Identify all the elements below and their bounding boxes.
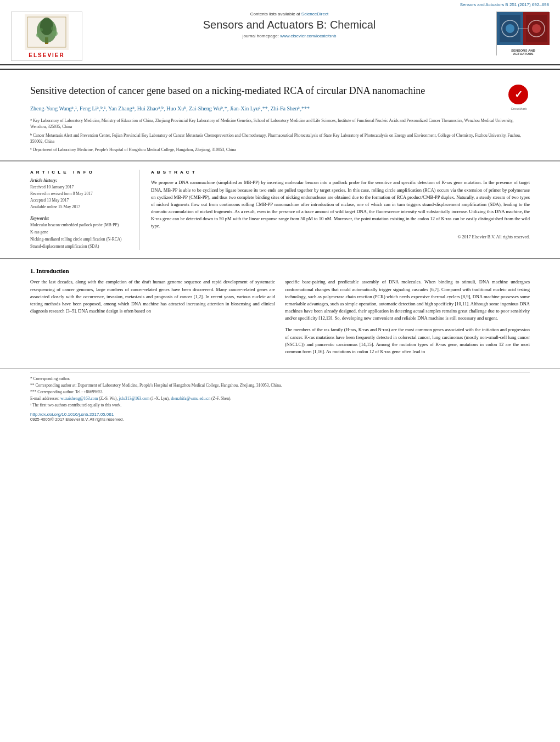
intro-paragraph-right-1: specific base-pairing and predictable as…: [285, 278, 530, 322]
keyword-3: Nicking-mediated rolling circle amplific…: [30, 236, 131, 243]
footnote-1: ¹ The first two authors contributed equa…: [30, 402, 530, 409]
article-info-title: A R T I C L E I N F O: [30, 170, 131, 175]
footnote-star: * Corresponding author.: [30, 376, 530, 382]
article-footer: * Corresponding author. ** Corresponding…: [0, 368, 560, 425]
received-date: Received 10 January 2017: [30, 184, 131, 191]
email-3-name: (Z-F. Shen).: [211, 396, 231, 401]
crossmark-logo: ✓ CrossMark: [508, 84, 530, 106]
email-1-name: (Z.-S. Wu),: [99, 396, 117, 401]
affiliation-b: ᵇ Cancer Metastasis Alert and Prevention…: [30, 132, 530, 145]
svg-text:✓: ✓: [514, 89, 523, 100]
elsevier-logo: ELSEVIER: [11, 12, 82, 61]
affiliation-a: ᵃ Key Laboratory of Laboratory Medicine,…: [30, 118, 530, 130]
footnote-double-star: ** Corresponding author at: Department o…: [30, 382, 530, 389]
journal-title-header: Sensors and Actuators B: Chemical: [93, 19, 485, 31]
article-info: A R T I C L E I N F O Article history: R…: [30, 170, 140, 250]
svg-point-4: [40, 18, 53, 35]
email-label: E-mail addresses:: [30, 396, 59, 401]
email-addresses: E-mail addresses: wuzaisheng@163.com (Z.…: [30, 395, 530, 402]
affiliation-c: ᶜ Department of Laboratory Medicine, Peo…: [30, 147, 530, 153]
intro-paragraph-1: Over the last decades, along with the co…: [30, 278, 275, 315]
keywords-list: Molecular beacon-embedded padlock probe …: [30, 222, 131, 250]
abstract-text: We propose a DNA nanomachine (simplified…: [151, 179, 530, 230]
page-wrapper: Sensors and Actuators B 251 (2017) 692–6…: [0, 0, 560, 425]
section-1-heading: 1. Introduction: [30, 267, 275, 274]
received-revised-date: Received in revised form 8 May 2017: [30, 191, 131, 197]
authors: Zheng-Yong Wangᵃ,¹, Feng Liᵃ,ᵇ,¹, Yan Zh…: [30, 104, 530, 113]
email-2-name: (J.-X. Lyu),: [150, 396, 170, 401]
svg-point-17: [532, 24, 541, 33]
intro-paragraph-right-2: The members of the ras family (H-ras, K-…: [285, 326, 530, 355]
journal-center: Contents lists available at ScienceDirec…: [82, 12, 496, 38]
article-header: Sensitive detection of cancer gene based…: [0, 73, 560, 161]
svg-point-6: [52, 31, 58, 36]
article-body: A R T I C L E I N F O Article history: R…: [0, 161, 560, 259]
footnote-triple-star: *** Corresponding author. Tel.: +8669965…: [30, 389, 530, 395]
footnotes: * Corresponding author. ** Corresponding…: [30, 376, 530, 409]
main-content: 1. Introduction Over the last decades, a…: [0, 259, 560, 368]
top-bar: ELSEVIER Contents lists available at Sci…: [0, 7, 560, 61]
keyword-1: Molecular beacon-embedded padlock probe …: [30, 222, 131, 229]
article-title: Sensitive detection of cancer gene based…: [30, 84, 530, 98]
abstract-title: A B S T R A C T: [151, 170, 530, 175]
keyword-4: Strand-displacement amplification (SDA): [30, 243, 131, 250]
accepted-date: Accepted 13 May 2017: [30, 197, 131, 204]
svg-point-16: [506, 24, 514, 33]
available-online-date: Available online 15 May 2017: [30, 204, 131, 210]
abstract-section: A B S T R A C T We propose a DNA nanomac…: [151, 170, 530, 250]
science-direct-link[interactable]: ScienceDirect: [301, 12, 328, 16]
homepage-url[interactable]: www.elsevier.com/locate/snb: [280, 34, 336, 38]
homepage-label: journal homepage:: [243, 34, 279, 38]
svg-text:ACTUATORS: ACTUATORS: [513, 52, 533, 55]
svg-point-7: [40, 28, 43, 31]
copyright-line: © 2017 Elsevier B.V. All rights reserved…: [151, 235, 530, 239]
doi-line: Sensors and Actuators B 251 (2017) 692–6…: [460, 2, 549, 7]
footer-doi[interactable]: http://dx.doi.org/10.1016/j.snb.2017.05.…: [30, 412, 530, 417]
email-3[interactable]: shenzhifa@wmu.edu.cn: [171, 396, 210, 401]
left-column: 1. Introduction Over the last decades, a…: [30, 267, 275, 360]
contents-available-text: Contents lists available at: [250, 12, 300, 16]
journal-header: Sensors and Actuators B 251 (2017) 692–6…: [0, 0, 560, 65]
svg-point-5: [36, 33, 41, 37]
article-dates: Received 10 January 2017 Received in rev…: [30, 184, 131, 210]
email-1[interactable]: wuzaisheng@163.com: [60, 396, 98, 401]
keyword-2: K-ras gene: [30, 229, 131, 236]
footer-issn: 0925-4005/© 2017 Elsevier B.V. All right…: [30, 417, 530, 422]
sensors-actuators-logo: SENSORS AND ACTUATORS: [496, 12, 549, 55]
keywords-label: Keywords:: [30, 216, 131, 221]
right-column: specific base-pairing and predictable as…: [285, 267, 530, 360]
article-history-label: Article history:: [30, 178, 131, 183]
elsevier-text: ELSEVIER: [29, 52, 64, 58]
email-2[interactable]: jxlu313@163.com: [119, 396, 149, 401]
svg-point-8: [51, 26, 55, 31]
